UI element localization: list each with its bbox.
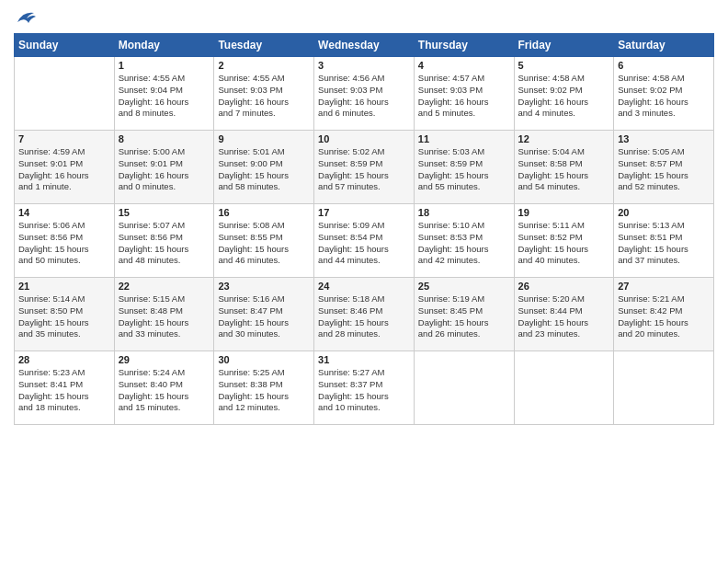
day-number: 30: [218, 354, 310, 365]
day-number: 11: [418, 133, 510, 144]
cell-content: Sunrise: 5:23 AM Sunset: 8:41 PM Dayligh…: [18, 367, 110, 414]
cell-content: Sunrise: 4:55 AM Sunset: 9:04 PM Dayligh…: [119, 73, 210, 120]
cell-content: Sunrise: 5:00 AM Sunset: 9:01 PM Dayligh…: [119, 146, 210, 193]
day-number: 7: [18, 133, 110, 144]
cell-content: Sunrise: 4:58 AM Sunset: 9:02 PM Dayligh…: [618, 73, 710, 120]
cell-content: Sunrise: 5:18 AM Sunset: 8:46 PM Dayligh…: [318, 293, 410, 340]
calendar-cell: 11Sunrise: 5:03 AM Sunset: 8:59 PM Dayli…: [414, 131, 514, 204]
day-number: 27: [618, 281, 710, 292]
calendar-cell: 8Sunrise: 5:00 AM Sunset: 9:01 PM Daylig…: [114, 131, 214, 204]
header-cell-sunday: Sunday: [15, 34, 115, 57]
calendar-cell: 21Sunrise: 5:14 AM Sunset: 8:50 PM Dayli…: [15, 278, 115, 351]
cell-content: Sunrise: 5:04 AM Sunset: 8:58 PM Dayligh…: [518, 146, 610, 193]
week-row-4: 21Sunrise: 5:14 AM Sunset: 8:50 PM Dayli…: [15, 278, 714, 351]
cell-content: Sunrise: 5:03 AM Sunset: 8:59 PM Dayligh…: [418, 146, 510, 193]
header-cell-thursday: Thursday: [414, 34, 514, 57]
calendar-cell: [414, 351, 514, 425]
calendar-cell: 24Sunrise: 5:18 AM Sunset: 8:46 PM Dayli…: [314, 278, 415, 351]
header-row: SundayMondayTuesdayWednesdayThursdayFrid…: [15, 34, 714, 57]
day-number: 18: [418, 207, 510, 218]
day-number: 9: [218, 133, 310, 144]
cell-content: Sunrise: 5:20 AM Sunset: 8:44 PM Dayligh…: [518, 293, 610, 340]
header-cell-wednesday: Wednesday: [314, 34, 415, 57]
cell-content: Sunrise: 5:10 AM Sunset: 8:53 PM Dayligh…: [418, 220, 510, 267]
header-cell-saturday: Saturday: [614, 34, 714, 57]
cell-content: Sunrise: 5:24 AM Sunset: 8:40 PM Dayligh…: [119, 367, 210, 414]
cell-content: Sunrise: 4:56 AM Sunset: 9:03 PM Dayligh…: [318, 73, 410, 120]
calendar-cell: [514, 351, 614, 425]
calendar-cell: [614, 351, 714, 425]
calendar-cell: 3Sunrise: 4:56 AM Sunset: 9:03 PM Daylig…: [314, 57, 415, 131]
day-number: 19: [518, 207, 610, 218]
calendar-cell: 7Sunrise: 4:59 AM Sunset: 9:01 PM Daylig…: [15, 131, 115, 204]
calendar-cell: 18Sunrise: 5:10 AM Sunset: 8:53 PM Dayli…: [414, 204, 514, 278]
cell-content: Sunrise: 5:06 AM Sunset: 8:56 PM Dayligh…: [18, 220, 110, 267]
day-number: 5: [518, 60, 610, 71]
calendar-cell: 10Sunrise: 5:02 AM Sunset: 8:59 PM Dayli…: [314, 131, 415, 204]
day-number: 2: [218, 60, 310, 71]
cell-content: Sunrise: 5:14 AM Sunset: 8:50 PM Dayligh…: [18, 293, 110, 340]
day-number: 25: [418, 281, 510, 292]
cell-content: Sunrise: 4:55 AM Sunset: 9:03 PM Dayligh…: [218, 73, 310, 120]
cell-content: Sunrise: 5:13 AM Sunset: 8:51 PM Dayligh…: [618, 220, 710, 267]
logo: [14, 9, 36, 26]
header-cell-tuesday: Tuesday: [214, 34, 314, 57]
calendar-table: SundayMondayTuesdayWednesdayThursdayFrid…: [14, 33, 714, 425]
day-number: 15: [119, 207, 210, 218]
calendar-cell: 13Sunrise: 5:05 AM Sunset: 8:57 PM Dayli…: [614, 131, 714, 204]
week-row-5: 28Sunrise: 5:23 AM Sunset: 8:41 PM Dayli…: [15, 351, 714, 425]
calendar-cell: 25Sunrise: 5:19 AM Sunset: 8:45 PM Dayli…: [414, 278, 514, 351]
calendar-cell: 1Sunrise: 4:55 AM Sunset: 9:04 PM Daylig…: [114, 57, 214, 131]
week-row-3: 14Sunrise: 5:06 AM Sunset: 8:56 PM Dayli…: [15, 204, 714, 278]
cell-content: Sunrise: 5:11 AM Sunset: 8:52 PM Dayligh…: [518, 220, 610, 267]
calendar-cell: 16Sunrise: 5:08 AM Sunset: 8:55 PM Dayli…: [214, 204, 314, 278]
day-number: 21: [18, 281, 110, 292]
calendar-cell: 26Sunrise: 5:20 AM Sunset: 8:44 PM Dayli…: [514, 278, 614, 351]
day-number: 4: [418, 60, 510, 71]
week-row-1: 1Sunrise: 4:55 AM Sunset: 9:04 PM Daylig…: [15, 57, 714, 131]
week-row-2: 7Sunrise: 4:59 AM Sunset: 9:01 PM Daylig…: [15, 131, 714, 204]
day-number: 24: [318, 281, 410, 292]
cell-content: Sunrise: 5:02 AM Sunset: 8:59 PM Dayligh…: [318, 146, 410, 193]
day-number: 29: [119, 354, 210, 365]
page-container: SundayMondayTuesdayWednesdayThursdayFrid…: [0, 0, 728, 434]
calendar-cell: 14Sunrise: 5:06 AM Sunset: 8:56 PM Dayli…: [15, 204, 115, 278]
cell-content: Sunrise: 4:58 AM Sunset: 9:02 PM Dayligh…: [518, 73, 610, 120]
day-number: 26: [518, 281, 610, 292]
calendar-cell: 6Sunrise: 4:58 AM Sunset: 9:02 PM Daylig…: [614, 57, 714, 131]
calendar-cell: 22Sunrise: 5:15 AM Sunset: 8:48 PM Dayli…: [114, 278, 214, 351]
day-number: 16: [218, 207, 310, 218]
calendar-cell: 12Sunrise: 5:04 AM Sunset: 8:58 PM Dayli…: [514, 131, 614, 204]
day-number: 17: [318, 207, 410, 218]
day-number: 10: [318, 133, 410, 144]
calendar-cell: 27Sunrise: 5:21 AM Sunset: 8:42 PM Dayli…: [614, 278, 714, 351]
cell-content: Sunrise: 4:59 AM Sunset: 9:01 PM Dayligh…: [18, 146, 110, 193]
cell-content: Sunrise: 5:27 AM Sunset: 8:37 PM Dayligh…: [318, 367, 410, 414]
calendar-cell: 31Sunrise: 5:27 AM Sunset: 8:37 PM Dayli…: [314, 351, 415, 425]
cell-content: Sunrise: 5:19 AM Sunset: 8:45 PM Dayligh…: [418, 293, 510, 340]
cell-content: Sunrise: 5:07 AM Sunset: 8:56 PM Dayligh…: [119, 220, 210, 267]
day-number: 20: [618, 207, 710, 218]
calendar-cell: 15Sunrise: 5:07 AM Sunset: 8:56 PM Dayli…: [114, 204, 214, 278]
day-number: 31: [318, 354, 410, 365]
day-number: 28: [18, 354, 110, 365]
header-cell-friday: Friday: [514, 34, 614, 57]
calendar-cell: 29Sunrise: 5:24 AM Sunset: 8:40 PM Dayli…: [114, 351, 214, 425]
cell-content: Sunrise: 5:05 AM Sunset: 8:57 PM Dayligh…: [618, 146, 710, 193]
cell-content: Sunrise: 5:21 AM Sunset: 8:42 PM Dayligh…: [618, 293, 710, 340]
calendar-cell: 19Sunrise: 5:11 AM Sunset: 8:52 PM Dayli…: [514, 204, 614, 278]
day-number: 14: [18, 207, 110, 218]
cell-content: Sunrise: 5:25 AM Sunset: 8:38 PM Dayligh…: [218, 367, 310, 414]
calendar-cell: [15, 57, 115, 131]
cell-content: Sunrise: 5:15 AM Sunset: 8:48 PM Dayligh…: [119, 293, 210, 340]
day-number: 22: [119, 281, 210, 292]
day-number: 23: [218, 281, 310, 292]
day-number: 13: [618, 133, 710, 144]
calendar-cell: 5Sunrise: 4:58 AM Sunset: 9:02 PM Daylig…: [514, 57, 614, 131]
day-number: 12: [518, 133, 610, 144]
calendar-cell: 23Sunrise: 5:16 AM Sunset: 8:47 PM Dayli…: [214, 278, 314, 351]
calendar-cell: 9Sunrise: 5:01 AM Sunset: 9:00 PM Daylig…: [214, 131, 314, 204]
cell-content: Sunrise: 5:09 AM Sunset: 8:54 PM Dayligh…: [318, 220, 410, 267]
day-number: 1: [119, 60, 210, 71]
day-number: 3: [318, 60, 410, 71]
